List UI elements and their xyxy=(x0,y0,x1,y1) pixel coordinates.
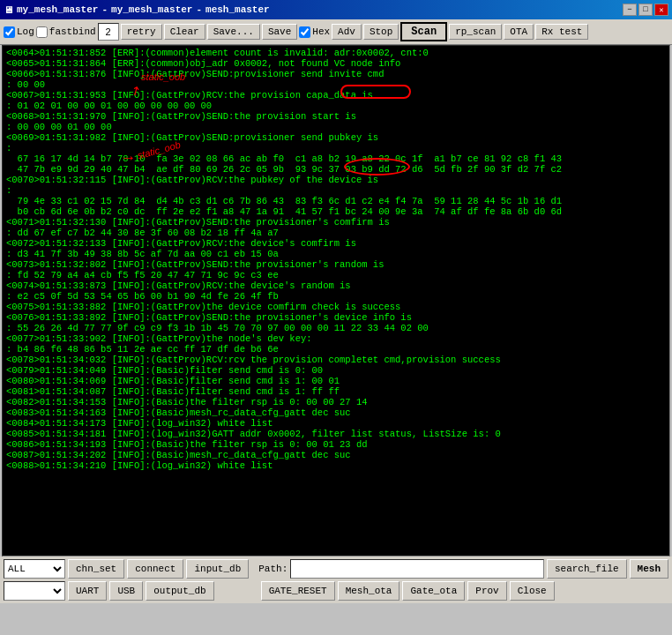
save-dialog-button[interactable]: Save... xyxy=(207,24,260,40)
gate-ota-button[interactable]: Gate_ota xyxy=(402,581,465,601)
search-file-button[interactable]: search_file xyxy=(547,559,627,579)
maximize-button[interactable]: □ xyxy=(638,4,653,16)
output-db-button[interactable]: output_db xyxy=(146,581,213,601)
usb-button[interactable]: USB xyxy=(109,581,143,601)
prov-button[interactable]: Prov xyxy=(467,581,506,601)
close-button[interactable]: Close xyxy=(510,581,555,601)
fastbind-checkbox-label[interactable]: fastbind xyxy=(36,26,96,38)
hex-checkbox[interactable] xyxy=(299,26,310,38)
scan-button[interactable]: Scan xyxy=(400,22,447,41)
log-checkbox-label[interactable]: Log xyxy=(4,26,34,38)
log-area[interactable]: <0064>01:51:31:852 [ERR]:(common)element… xyxy=(2,45,670,557)
mesh-ota-button[interactable]: Mesh_ota xyxy=(338,581,400,601)
log-label: Log xyxy=(17,26,34,37)
connect-button[interactable]: connect xyxy=(127,559,183,579)
uart-button[interactable]: UART xyxy=(68,581,107,601)
save-button[interactable]: Save xyxy=(262,24,297,40)
minimize-button[interactable]: − xyxy=(623,4,637,16)
retry-input[interactable] xyxy=(98,23,119,41)
fastbind-checkbox[interactable] xyxy=(36,26,48,38)
bottom-bar: ALL chn_set connect input_db Path: searc… xyxy=(0,557,672,603)
title-right-text: mesh_master xyxy=(205,4,270,15)
stop-button[interactable]: Stop xyxy=(363,24,399,40)
log-wrapper: <0064>01:51:31:852 [ERR]:(common)element… xyxy=(0,45,672,557)
title-sep: - xyxy=(101,4,108,15)
clear-button[interactable]: Clear xyxy=(164,24,205,40)
title-sep2: - xyxy=(196,4,202,15)
title-icon: 🖥 xyxy=(4,4,13,16)
bottom-row-1: ALL chn_set connect input_db Path: searc… xyxy=(4,559,668,579)
mesh-button[interactable]: Mesh xyxy=(630,559,668,579)
port-select[interactable] xyxy=(4,581,65,601)
rx-test-button[interactable]: Rx test xyxy=(535,24,588,40)
input-db-button[interactable]: input_db xyxy=(186,559,249,579)
path-input[interactable] xyxy=(290,559,544,579)
toolbar: Log fastbind retry Clear Save... Save He… xyxy=(0,19,672,45)
close-window-button[interactable]: ✕ xyxy=(654,4,668,16)
title-bar-controls: − □ ✕ xyxy=(623,4,668,16)
hex-checkbox-label[interactable]: Hex xyxy=(299,26,330,38)
ota-button[interactable]: OTA xyxy=(504,24,534,40)
bottom-row-2: UART USB output_db GATE_RESET Mesh_ota G… xyxy=(4,581,668,601)
rp-scan-button[interactable]: rp_scan xyxy=(449,24,502,40)
gate-reset-button[interactable]: GATE_RESET xyxy=(261,581,335,601)
title-bar: 🖥 my_mesh_master - my_mesh_master - mesh… xyxy=(0,0,672,19)
title-bar-left: 🖥 my_mesh_master - my_mesh_master - mesh… xyxy=(4,4,270,16)
title-middle-text: my_mesh_master xyxy=(111,4,192,15)
chn-set-button[interactable]: chn_set xyxy=(68,559,124,579)
title-left-text: my_mesh_master xyxy=(17,4,98,15)
retry-button[interactable]: retry xyxy=(121,24,162,40)
path-label: Path: xyxy=(258,564,287,574)
hex-label: Hex xyxy=(312,26,330,37)
adv-button[interactable]: Adv xyxy=(332,24,362,40)
log-checkbox[interactable] xyxy=(4,26,15,38)
filter-select[interactable]: ALL xyxy=(4,559,65,579)
fastbind-label: fastbind xyxy=(49,26,96,37)
